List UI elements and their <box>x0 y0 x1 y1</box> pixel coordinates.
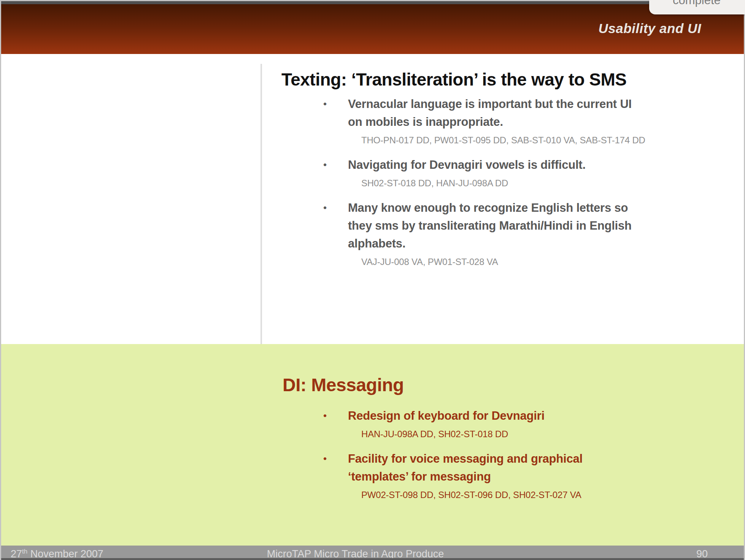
bullet-text: Redesign of keyboard for Devnagiri <box>348 407 726 425</box>
window-top-strip <box>1 1 744 4</box>
bullet-body: Facility for voice messaging and graphic… <box>348 450 726 511</box>
cutoff-tooltip: complete <box>649 0 745 14</box>
main-bullet-list: • Vernacular language is important but t… <box>323 95 726 278</box>
bullet-body: Redesign of keyboard for Devnagiri HAN-J… <box>348 407 726 450</box>
bullet-marker: • <box>323 199 348 278</box>
footer-project-title: MicroTAP Micro Trade in Agro Produce <box>1 548 710 560</box>
bullet-text: Navigating for Devnagiri vowels is diffi… <box>348 156 726 174</box>
header-section-title: Usability and UI <box>598 21 701 36</box>
bullet-item: • Redesign of keyboard for Devnagiri HAN… <box>323 407 726 450</box>
bullet-text: Facility for voice messaging and graphic… <box>348 450 726 485</box>
bullet-text: Vernacular language is important but the… <box>348 95 726 131</box>
slide-header-band: Usability and UI <box>1 4 744 54</box>
bullet-reference-codes: VAJ-JU-008 VA, PW01-ST-028 VA <box>348 256 726 268</box>
bullet-marker: • <box>323 156 348 199</box>
bullet-reference-codes: THO-PN-017 DD, PW01-ST-095 DD, SAB-ST-01… <box>348 135 726 146</box>
slide-footer-bar: 27th November 2007 MicroTAP Micro Trade … <box>1 546 744 560</box>
vertical-divider <box>261 64 262 344</box>
slide-title: Texting: ‘Transliteration’ is the way to… <box>281 69 730 90</box>
tooltip-text: complete <box>649 0 745 7</box>
bullet-item: • Many know enough to recognize English … <box>323 199 726 278</box>
bullet-marker: • <box>323 95 348 156</box>
bullet-item: • Facility for voice messaging and graph… <box>323 450 726 511</box>
highlight-heading: DI: Messaging <box>283 374 404 395</box>
bullet-text: Many know enough to recognize English le… <box>348 199 726 252</box>
highlight-section: DI: Messaging • Redesign of keyboard for… <box>1 344 744 546</box>
bullet-marker: • <box>323 407 348 450</box>
bullet-reference-codes: HAN-JU-098A DD, SH02-ST-018 DD <box>348 428 726 440</box>
bullet-marker: • <box>323 450 348 511</box>
slide-screen: Usability and UI complete Texting: ‘Tran… <box>0 0 745 560</box>
footer-page-number: 90 <box>696 548 708 560</box>
bullet-reference-codes: PW02-ST-098 DD, SH02-ST-096 DD, SH02-ST-… <box>348 489 726 501</box>
bullet-reference-codes: SH02-ST-018 DD, HAN-JU-098A DD <box>348 178 726 189</box>
bullet-body: Many know enough to recognize English le… <box>348 199 726 278</box>
bullet-item: • Vernacular language is important but t… <box>323 95 726 156</box>
highlight-bullet-list: • Redesign of keyboard for Devnagiri HAN… <box>323 407 726 511</box>
bullet-item: • Navigating for Devnagiri vowels is dif… <box>323 156 726 199</box>
bullet-body: Vernacular language is important but the… <box>348 95 726 156</box>
bullet-body: Navigating for Devnagiri vowels is diffi… <box>348 156 726 199</box>
